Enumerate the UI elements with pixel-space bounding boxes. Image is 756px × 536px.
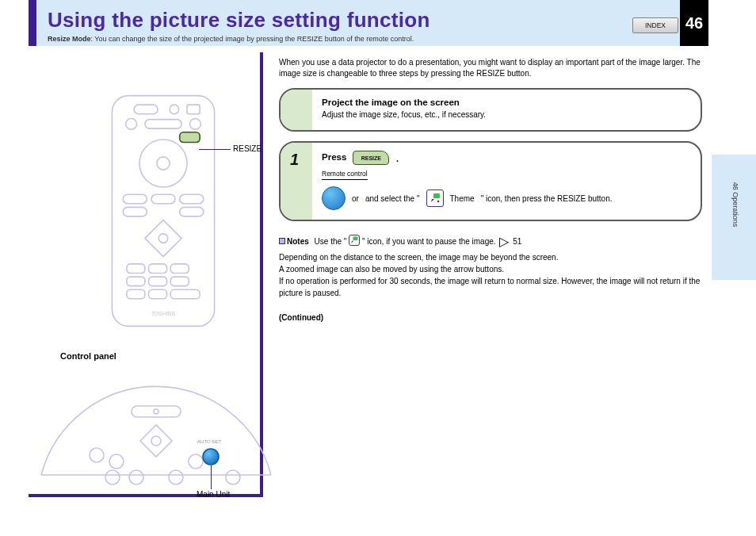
svg-point-36 xyxy=(226,470,240,484)
svg-rect-21 xyxy=(149,277,167,286)
page-title: Using the picture size setting function xyxy=(48,8,430,33)
callout-label-resize: RESIZE xyxy=(233,144,262,153)
svg-point-32 xyxy=(189,454,203,469)
svg-marker-15 xyxy=(145,220,181,257)
or-label: or xyxy=(352,194,359,203)
svg-rect-23 xyxy=(127,289,145,299)
svg-point-33 xyxy=(105,470,120,484)
remote-control-underline: Remote control xyxy=(322,170,368,180)
svg-rect-25 xyxy=(170,289,200,299)
page-subtitle: Resize Mode: You can change the size of … xyxy=(48,35,414,43)
step-box-sidebar: 1 xyxy=(281,143,312,220)
svg-rect-39 xyxy=(433,193,440,198)
svg-rect-14 xyxy=(180,207,204,216)
or-text-2: " icon, then press the RESIZE button. xyxy=(481,194,613,203)
note-1-pageref[interactable]: 51 xyxy=(513,237,521,246)
svg-point-40 xyxy=(437,201,439,203)
side-section-label: 46 Operations xyxy=(731,149,739,260)
note-1a: Use the " xyxy=(315,237,347,246)
svg-rect-17 xyxy=(127,264,145,274)
control-panel-illustration: AUTO SET xyxy=(33,360,277,487)
step-box-1-heading: Project the image on the screen xyxy=(322,98,688,107)
svg-point-35 xyxy=(169,470,183,484)
svg-point-2 xyxy=(170,105,179,114)
svg-rect-19 xyxy=(170,264,189,274)
svg-point-34 xyxy=(129,470,143,484)
press-period: . xyxy=(395,151,399,165)
note-line-1: Notes Use the " " icon, if you want to p… xyxy=(279,232,702,251)
note-line-2: Depending on the distance to the screen,… xyxy=(279,251,702,263)
subtitle-label: Resize Mode xyxy=(48,35,91,43)
svg-rect-22 xyxy=(170,277,189,286)
note-line-3: A zoomed image can also be moved by usin… xyxy=(279,263,702,275)
svg-rect-3 xyxy=(187,105,200,114)
svg-rect-41 xyxy=(353,237,358,241)
step-box-1-text: Adjust the image size, focus, etc., if n… xyxy=(322,109,688,121)
svg-rect-12 xyxy=(180,194,204,204)
svg-point-29 xyxy=(151,436,161,446)
remote-control-illustration: TOSHIBA xyxy=(108,92,219,330)
notes-block: Notes Use the " " icon, if you want to p… xyxy=(279,232,702,299)
svg-point-37 xyxy=(203,449,219,465)
continued-label: (Continued) xyxy=(279,313,723,322)
or-text-1: and select the " xyxy=(365,194,420,203)
callout-label-mainunit: Main Unit xyxy=(197,490,230,499)
svg-point-4 xyxy=(126,118,137,129)
svg-point-30 xyxy=(90,448,104,462)
svg-point-5 xyxy=(189,118,200,129)
step-box-prepare: Project the image on the screen Adjust t… xyxy=(279,88,702,132)
note-bullet-icon xyxy=(279,238,285,244)
main-column: When you use a data projector to do a pr… xyxy=(279,57,723,322)
step-box-sidebar xyxy=(281,90,312,130)
svg-rect-13 xyxy=(123,207,147,216)
svg-point-8 xyxy=(139,140,187,187)
callout-line-mainunit xyxy=(211,465,212,489)
svg-rect-1 xyxy=(134,105,158,114)
svg-point-31 xyxy=(109,454,124,469)
panel-button-label: AUTO SET xyxy=(197,439,221,444)
svg-rect-6 xyxy=(145,120,181,129)
left-column: TOSHIBA RESIZE Control panel xyxy=(29,46,263,509)
index-button[interactable]: INDEX xyxy=(632,17,678,33)
subtitle-rest: : You can change the size of the project… xyxy=(91,35,414,43)
remote-brand-text: TOSHIBA xyxy=(151,311,176,316)
resize-button-graphic: RESIZE xyxy=(353,151,389,165)
press-word: Press xyxy=(322,152,346,162)
step-box-1: 1 Press RESIZE . Remote control or and s… xyxy=(279,141,702,221)
note-line-4: If no operation is performed for 30 seco… xyxy=(279,275,702,299)
svg-rect-18 xyxy=(149,264,167,274)
notes-label: Notes xyxy=(279,235,309,247)
autoset-button-graphic xyxy=(322,186,346,210)
theme-word: Theme xyxy=(450,194,475,203)
header-spine xyxy=(29,0,36,46)
svg-rect-27 xyxy=(132,406,181,417)
svg-rect-20 xyxy=(127,277,145,286)
header-bar: Using the picture size setting function … xyxy=(29,0,708,46)
theme-icon xyxy=(426,190,444,207)
page-number-tab: 46 xyxy=(680,0,708,46)
svg-point-28 xyxy=(154,409,158,414)
theme-icon-small xyxy=(349,235,360,246)
svg-point-9 xyxy=(157,157,170,170)
intro-paragraph: When you use a data projector to do a pr… xyxy=(279,57,723,78)
note-1b: " icon, if you want to pause the image. xyxy=(362,237,496,246)
callout-line-resize xyxy=(199,149,231,150)
svg-point-16 xyxy=(158,234,168,243)
svg-rect-11 xyxy=(151,194,175,204)
page-ref-arrow-icon: ▷ xyxy=(499,235,509,248)
svg-rect-10 xyxy=(123,194,147,204)
svg-rect-24 xyxy=(149,289,167,299)
step-number: 1 xyxy=(290,151,299,169)
svg-rect-7 xyxy=(180,132,200,143)
